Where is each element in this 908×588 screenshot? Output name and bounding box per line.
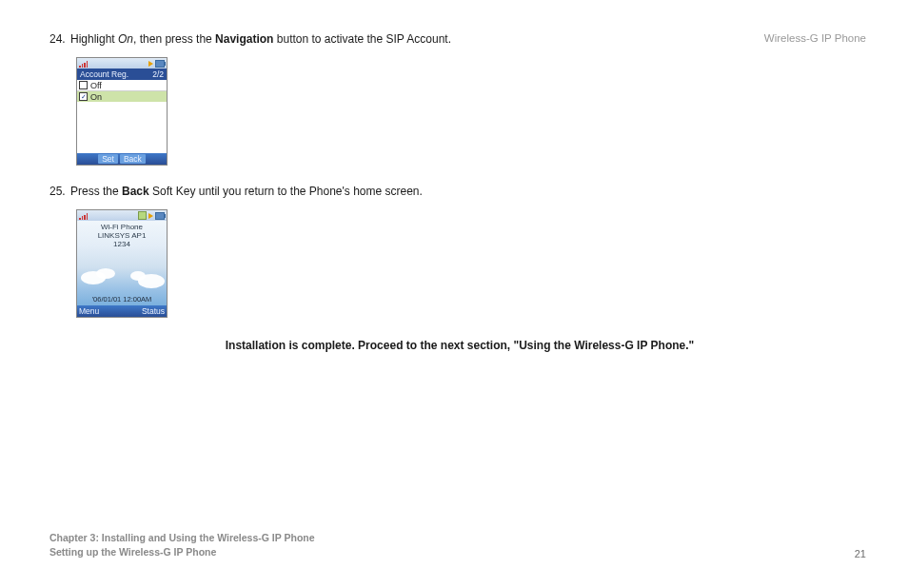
home-line1: Wi-Fi Phone	[77, 223, 167, 231]
document-page: Wireless-G IP Phone 24. Highlight On, th…	[0, 0, 908, 588]
softkey-back: Back	[120, 154, 146, 164]
sound-icon	[148, 213, 153, 219]
signal-icon	[79, 60, 88, 68]
phone-screenshot-home: Wi-Fi Phone LINKSYS AP1 1234 '06/01/01 1…	[76, 209, 168, 318]
phone-status-bar	[77, 58, 167, 69]
step-text: Press the Back Soft Key until you return…	[70, 185, 870, 198]
screen-counter: 2/2	[152, 69, 164, 79]
footer-page-number: 21	[855, 548, 866, 559]
page-footer: Chapter 3: Installing and Using the Wire…	[49, 531, 866, 559]
home-line2: LINKSYS AP1	[77, 231, 167, 240]
completion-message: Installation is complete. Proceed to the…	[49, 339, 870, 352]
text: , then press the	[133, 32, 215, 46]
instruction-step-25: 25. Press the Back Soft Key until you re…	[49, 185, 870, 198]
text: Soft Key until you return to the Phone's…	[149, 185, 423, 198]
emphasis-on: On	[118, 32, 133, 46]
battery-icon	[155, 212, 165, 220]
battery-icon	[155, 60, 165, 68]
footer-left: Chapter 3: Installing and Using the Wire…	[49, 531, 315, 559]
list-item-on: ✓ On	[77, 91, 167, 102]
text: Highlight	[70, 32, 118, 46]
footer-chapter: Chapter 3: Installing and Using the Wire…	[49, 531, 315, 545]
text: button to activate the SIP Account.	[273, 32, 451, 46]
footer-section: Setting up the Wireless-G IP Phone	[49, 545, 315, 559]
screen-title: Account Reg.	[80, 69, 128, 79]
msg-icon	[138, 211, 147, 220]
home-timestamp: '06/01/01 12:00AM	[77, 295, 167, 304]
phone-screenshot-account-reg: Account Reg. 2/2 Off ✓ On Set Back	[76, 57, 168, 166]
phone-softkey-bar: Set Back	[77, 153, 167, 165]
softkey-menu: Menu	[79, 306, 99, 316]
step-text: Highlight On, then press the Navigation …	[70, 32, 870, 46]
text: Press the	[70, 185, 122, 198]
step-number: 25.	[49, 185, 70, 198]
softkey-set: Set	[98, 154, 118, 164]
signal-icon	[79, 212, 88, 220]
bold-navigation: Navigation	[215, 32, 273, 46]
bold-back: Back	[122, 185, 149, 198]
sound-icon	[148, 61, 153, 67]
phone-status-bar	[77, 210, 167, 221]
checkbox-checked-icon: ✓	[79, 92, 88, 101]
home-line3: 1234	[77, 240, 167, 248]
list-item-label: On	[90, 92, 102, 102]
list-item-label: Off	[90, 81, 102, 90]
phone-screen-title-bar: Account Reg. 2/2	[77, 69, 167, 80]
phone-body	[77, 102, 167, 153]
step-number: 24.	[49, 32, 70, 46]
cloud-icon	[96, 268, 115, 279]
softkey-status: Status	[142, 306, 165, 316]
list-item-off: Off	[77, 80, 167, 91]
cloud-icon	[130, 271, 146, 281]
phone-home-body: Wi-Fi Phone LINKSYS AP1 1234 '06/01/01 1…	[77, 221, 167, 305]
instruction-step-24: 24. Highlight On, then press the Navigat…	[49, 32, 870, 46]
phone-softkey-bar: Menu Status	[77, 305, 167, 317]
checkbox-icon	[79, 81, 88, 89]
running-header: Wireless-G IP Phone	[764, 32, 866, 44]
